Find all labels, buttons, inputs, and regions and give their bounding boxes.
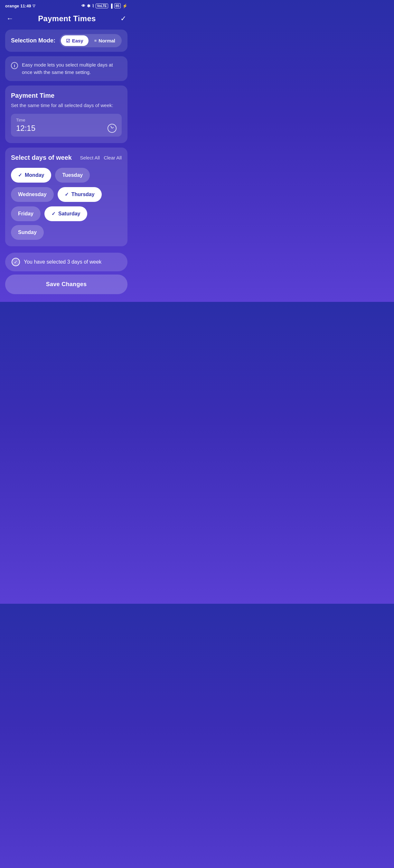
content: Selection Mode: ☑ Easy ≡ Normal i Easy m…: [0, 30, 133, 253]
payment-time-subtitle: Set the same time for all selected days …: [11, 102, 122, 108]
sunday-label: Sunday: [18, 229, 37, 235]
easy-mode-button[interactable]: ☑ Easy: [61, 35, 88, 46]
wifi-icon: ⌇: [92, 3, 94, 8]
status-left: orange 11:49 ▽: [5, 3, 35, 8]
wednesday-label: Wednesday: [18, 192, 47, 197]
summary-check-icon: ✓: [11, 258, 20, 266]
charging-icon: ⚡: [122, 3, 128, 8]
selection-mode-card: Selection Mode: ☑ Easy ≡ Normal: [5, 30, 128, 52]
payment-time-card: Payment Time Set the same time for all s…: [5, 86, 128, 143]
normal-mode-button[interactable]: ≡ Normal: [89, 35, 120, 46]
time-label: 11:49: [20, 3, 31, 8]
checkbox-icon: ☑: [66, 38, 70, 43]
tuesday-label: Tuesday: [62, 172, 83, 178]
bluetooth-icon: ✱: [87, 3, 90, 8]
time-value: 12:15: [16, 124, 35, 133]
thursday-check: ✓: [65, 192, 69, 197]
day-wednesday-button[interactable]: Wednesday: [11, 187, 54, 202]
normal-mode-label: Normal: [98, 38, 115, 43]
day-sunday-button[interactable]: Sunday: [11, 225, 44, 240]
signal-icon: ▽: [32, 4, 35, 8]
day-saturday-button[interactable]: ✓ Saturday: [45, 207, 87, 221]
days-header: Select days of week Select All Clear All: [11, 154, 122, 161]
friday-label: Friday: [18, 211, 33, 217]
sliders-icon: ≡: [94, 38, 97, 43]
day-thursday-button[interactable]: ✓ Thursday: [58, 187, 102, 202]
time-value-row: 12:15: [16, 124, 116, 133]
confirm-button[interactable]: ✓: [120, 14, 126, 23]
status-right: 👁 ✱ ⌇ VoLTE ▐ 85 ⚡: [81, 3, 128, 8]
time-field[interactable]: Time 12:15: [11, 114, 122, 136]
payment-time-title: Payment Time: [11, 92, 122, 99]
saturday-check: ✓: [52, 211, 56, 217]
time-label: Time: [16, 118, 116, 123]
days-grid: ✓ Monday Tuesday Wednesday ✓ Thursday: [11, 168, 122, 240]
save-changes-button[interactable]: Save Changes: [5, 275, 128, 294]
day-tuesday-button[interactable]: Tuesday: [55, 168, 90, 183]
saturday-label: Saturday: [58, 211, 80, 217]
carrier-label: orange: [5, 3, 19, 8]
selection-mode-label: Selection Mode:: [11, 37, 55, 44]
monday-check: ✓: [18, 172, 22, 178]
volte-label: VoLTE: [95, 3, 108, 8]
clear-all-button[interactable]: Clear All: [104, 155, 122, 160]
days-card: Select days of week Select All Clear All…: [5, 148, 128, 246]
day-friday-button[interactable]: Friday: [11, 207, 40, 221]
battery-level: 85: [114, 3, 121, 8]
days-row-2: Wednesday ✓ Thursday: [11, 187, 122, 202]
page-title: Payment Times: [38, 14, 96, 23]
selection-summary: ✓ You have selected 3 days of week: [5, 253, 128, 271]
back-button[interactable]: ←: [6, 14, 13, 23]
signal-bars-icon: ▐: [110, 3, 113, 8]
info-icon: i: [11, 62, 18, 69]
days-row-1: ✓ Monday Tuesday: [11, 168, 122, 183]
thursday-label: Thursday: [72, 192, 95, 197]
days-title: Select days of week: [11, 154, 76, 161]
day-monday-button[interactable]: ✓ Monday: [11, 168, 51, 183]
easy-mode-label: Easy: [72, 38, 83, 43]
monday-label: Monday: [25, 172, 44, 178]
save-btn-container: Save Changes: [0, 271, 133, 302]
select-all-button[interactable]: Select All: [80, 155, 100, 160]
eye-icon: 👁: [81, 3, 85, 8]
info-card: i Easy mode lets you select multiple day…: [5, 56, 128, 81]
summary-text: You have selected 3 days of week: [24, 259, 102, 265]
status-bar: orange 11:49 ▽ 👁 ✱ ⌇ VoLTE ▐ 85 ⚡: [0, 0, 133, 10]
info-text: Easy mode lets you select multiple days …: [22, 61, 122, 76]
clock-icon: [108, 124, 116, 133]
mode-toggle-group: ☑ Easy ≡ Normal: [60, 34, 122, 47]
header: ← Payment Times ✓: [0, 10, 133, 30]
days-row-3: Friday ✓ Saturday Sunday: [11, 207, 122, 240]
